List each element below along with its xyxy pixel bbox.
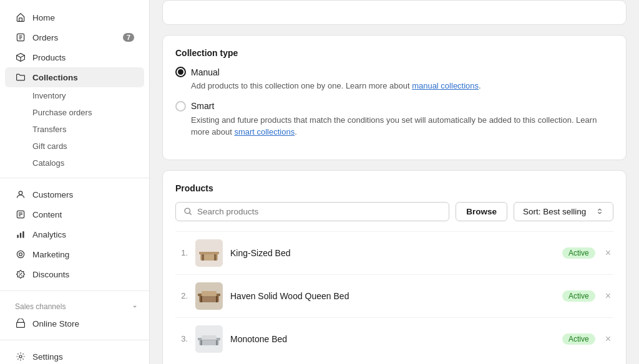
- manual-label: Manual: [191, 67, 220, 77]
- sidebar-item-collections[interactable]: Collections: [5, 67, 144, 87]
- products-header: Browse Sort: Best selling: [175, 202, 613, 221]
- sidebar-subitem-purchase-orders-label: Purchase orders: [32, 108, 92, 117]
- manual-radio[interactable]: [175, 67, 186, 77]
- sidebar-item-products-label: Products: [32, 53, 134, 62]
- svg-point-16: [17, 251, 24, 257]
- svg-rect-27: [199, 252, 219, 254]
- svg-rect-41: [202, 335, 217, 340]
- sidebar-subitem-transfers-label: Transfers: [32, 125, 66, 134]
- sidebar-item-discounts-label: Discounts: [32, 270, 134, 279]
- collections-icon: [15, 72, 26, 83]
- product-status-3: Active: [562, 333, 595, 345]
- sort-button[interactable]: Sort: Best selling: [514, 202, 613, 221]
- sidebar-item-discounts[interactable]: Discounts: [5, 264, 144, 284]
- manual-desc: Add products to this collection one by o…: [175, 80, 613, 92]
- product-img-1: [195, 239, 223, 267]
- product-num-3: 3.: [175, 334, 188, 343]
- content-icon: [15, 209, 26, 220]
- sidebar-item-collections-label: Collections: [32, 73, 134, 82]
- sidebar-item-content[interactable]: Content: [5, 204, 144, 224]
- products-icon: [15, 52, 26, 63]
- svg-point-17: [19, 253, 22, 256]
- product-remove-2[interactable]: ×: [603, 290, 613, 302]
- sort-label: Sort: Best selling: [523, 207, 586, 216]
- sidebar-item-home[interactable]: Home: [5, 7, 144, 27]
- browse-button[interactable]: Browse: [456, 202, 507, 221]
- home-icon: [15, 12, 26, 23]
- product-name-3: Monotone Bed: [230, 334, 555, 344]
- product-name-1: King-Sized Bed: [230, 248, 555, 258]
- svg-rect-40: [216, 340, 218, 345]
- products-card: Products Browse Sort: Best selling 1.: [162, 170, 627, 365]
- svg-line-24: [189, 213, 191, 214]
- svg-line-7: [21, 55, 24, 57]
- orders-icon: [15, 32, 26, 43]
- svg-rect-29: [214, 254, 217, 261]
- sidebar-subitem-transfers[interactable]: Transfers: [5, 121, 144, 138]
- svg-rect-14: [20, 233, 21, 238]
- sidebar-subitem-purchase-orders[interactable]: Purchase orders: [5, 104, 144, 121]
- product-status-2: Active: [562, 290, 595, 302]
- sidebar-item-online-store-label: Online Store: [32, 319, 134, 328]
- svg-rect-28: [202, 254, 204, 261]
- orders-badge: 7: [123, 33, 134, 42]
- search-icon: [183, 207, 192, 216]
- product-num-1: 1.: [175, 248, 188, 257]
- sidebar-item-settings-label: Settings: [32, 352, 134, 362]
- sales-channels-label: Sales channels: [0, 297, 149, 314]
- sidebar-subitem-gift-cards-label: Gift cards: [32, 141, 67, 151]
- sidebar-subitem-inventory-label: Inventory: [32, 91, 66, 100]
- svg-line-6: [17, 55, 21, 57]
- product-remove-1[interactable]: ×: [603, 247, 613, 259]
- smart-collections-link[interactable]: smart collections: [234, 127, 295, 136]
- sidebar-subitem-gift-cards[interactable]: Gift cards: [5, 138, 144, 155]
- sidebar-subitem-catalogs[interactable]: Catalogs: [5, 155, 144, 171]
- sidebar-item-content-label: Content: [32, 210, 134, 219]
- sidebar: Home Orders 7 Products Collections Inven…: [0, 0, 150, 364]
- manual-collections-link[interactable]: manual collections: [412, 81, 479, 90]
- product-img-2: [195, 282, 223, 310]
- svg-rect-0: [19, 18, 22, 22]
- product-remove-3[interactable]: ×: [603, 333, 613, 345]
- customers-icon: [15, 189, 26, 200]
- svg-point-8: [19, 191, 22, 195]
- product-img-3: [195, 325, 223, 353]
- smart-radio[interactable]: [175, 101, 186, 112]
- svg-rect-39: [200, 340, 202, 345]
- collection-type-card: Collection type Manual Add products to t…: [162, 35, 627, 160]
- sidebar-item-home-label: Home: [32, 13, 134, 22]
- sort-chevron-icon: [595, 207, 604, 216]
- svg-rect-15: [22, 231, 24, 237]
- svg-rect-33: [200, 296, 202, 302]
- analytics-icon: [15, 229, 26, 240]
- sidebar-item-analytics[interactable]: Analytics: [5, 224, 144, 244]
- search-box: [175, 202, 449, 221]
- sidebar-item-customers-label: Customers: [32, 190, 134, 199]
- svg-point-23: [185, 208, 190, 213]
- sidebar-item-online-store[interactable]: Online Store: [5, 314, 144, 333]
- svg-rect-35: [202, 291, 217, 296]
- store-icon: [15, 318, 26, 329]
- sidebar-item-customers[interactable]: Customers: [5, 184, 144, 204]
- sidebar-item-settings[interactable]: Settings: [5, 347, 144, 364]
- svg-rect-34: [216, 296, 218, 302]
- search-input[interactable]: [197, 207, 441, 216]
- settings-icon: [15, 351, 26, 362]
- smart-desc: Existing and future products that match …: [175, 114, 613, 138]
- sidebar-subitem-inventory[interactable]: Inventory: [5, 87, 144, 104]
- sidebar-subitem-catalogs-label: Catalogs: [32, 158, 64, 168]
- sidebar-item-marketing[interactable]: Marketing: [5, 244, 144, 264]
- manual-option: Manual Add products to this collection o…: [175, 67, 613, 92]
- sidebar-item-orders-label: Orders: [32, 33, 117, 42]
- collection-type-title: Collection type: [175, 48, 613, 58]
- svg-point-19: [19, 272, 20, 274]
- sidebar-item-marketing-label: Marketing: [32, 250, 134, 259]
- svg-point-22: [19, 355, 22, 358]
- product-row-3: 3. Monotone Bed Active ×: [175, 317, 613, 360]
- svg-rect-13: [17, 235, 18, 238]
- product-name-2: Haven Solid Wood Queen Bed: [230, 291, 555, 301]
- marketing-icon: [15, 249, 26, 260]
- sidebar-item-orders[interactable]: Orders 7: [5, 27, 144, 47]
- sidebar-item-products[interactable]: Products: [5, 47, 144, 67]
- top-card: [162, 0, 627, 25]
